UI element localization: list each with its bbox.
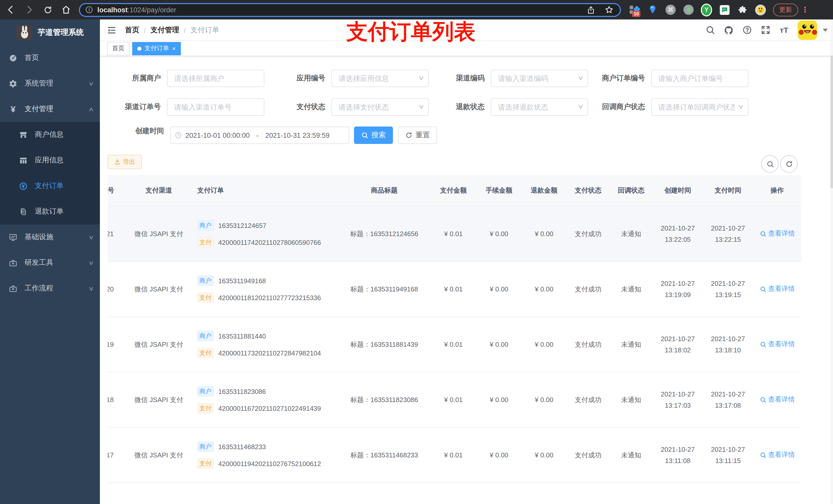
github-icon[interactable] [724, 25, 734, 35]
magnifier-icon [760, 452, 766, 458]
reset-label: 重置 [415, 130, 430, 140]
share-icon[interactable] [585, 4, 596, 15]
cell-pay-order: 商户 1635311251786 [185, 483, 338, 504]
tab-home[interactable]: 首页 [107, 42, 129, 55]
breadcrumb-pay-mgmt[interactable]: 支付管理 [151, 25, 179, 34]
export-label: 导出 [123, 158, 135, 166]
filter-field: 渠道订单号 [108, 98, 264, 116]
dot-extension-icon[interactable] [683, 4, 694, 15]
create-time: 13:22:05 [653, 234, 703, 245]
cell-notify: 未通知 [610, 317, 653, 372]
browser-update-button[interactable]: 更新 [773, 3, 798, 16]
site-info-icon[interactable] [85, 6, 93, 14]
cell-channel: 微信 JSAPI 支付 [133, 372, 185, 427]
filter-input[interactable] [651, 98, 748, 116]
merchant-order-no: 1635312124657 [218, 221, 266, 229]
cell-fee: ¥ 0.00 [476, 317, 522, 372]
fullscreen-icon[interactable] [761, 25, 770, 35]
filter-input[interactable] [331, 98, 429, 116]
search-icon[interactable] [706, 25, 715, 35]
cell-pay-time: 2021-10-27 13:11:15 [703, 427, 753, 483]
date-range-picker[interactable]: 2021-10-01 00:00:00 - 2021-10-31 23:59:5… [170, 126, 349, 144]
bookmark-star-icon[interactable] [603, 4, 615, 15]
url-text[interactable]: localhost:1024/pay/order [97, 6, 585, 14]
cell-pay-time: 2021-10-27 13:18:10 [703, 317, 753, 372]
sidebar-fold-icon[interactable] [106, 25, 117, 35]
col-id: 编号 [108, 175, 133, 206]
filter-input[interactable] [491, 98, 588, 116]
avatar-caret-icon[interactable] [823, 28, 828, 31]
extension-icon[interactable]: 10 [629, 4, 640, 15]
sidebar-item-infra[interactable]: 基础设施 ∨ [0, 224, 100, 250]
search-button[interactable]: 搜索 [354, 126, 393, 144]
forward-icon[interactable] [24, 4, 35, 15]
sidebar-item-system[interactable]: 系统管理 ∨ [0, 71, 100, 96]
sidebar-item-merchant-info[interactable]: 商户信息 [0, 122, 100, 147]
address-bar[interactable]: localhost:1024/pay/order [79, 3, 621, 17]
cell-pay-time: 2021-10-27 13:22:15 [703, 206, 753, 262]
view-detail-link[interactable]: 查看详情 [760, 451, 795, 460]
magnifier-icon [760, 341, 766, 348]
sidebar-item-home[interactable]: 首页 [0, 45, 100, 71]
filter-input[interactable] [167, 69, 264, 87]
emoji-avatar-icon[interactable] [755, 4, 766, 15]
scrollbar-thumb[interactable] [830, 55, 833, 189]
col-action: 操作 [753, 175, 801, 206]
refresh-table-button[interactable] [780, 155, 798, 173]
filter-input[interactable] [331, 69, 429, 87]
sidebar-item-pay[interactable]: ¥ 支付管理 ∧ [0, 96, 100, 122]
reload-icon[interactable] [42, 4, 53, 15]
sidebar-item-refund-order[interactable]: 退款订单 [0, 199, 100, 224]
view-detail-link[interactable]: 查看详情 [760, 285, 795, 294]
sidebar-item-workflow[interactable]: 工作流程 ∨ [0, 275, 100, 301]
app-logo[interactable]: 芋道管理系统 [0, 20, 100, 45]
chat-extension-icon[interactable] [719, 4, 730, 15]
cell-pay-time: 2021-10-27 13:17:08 [703, 372, 753, 427]
view-detail-link[interactable]: 查看详情 [760, 395, 795, 404]
sidebar-item-dev-tools[interactable]: 研发工具 ∨ [0, 250, 100, 275]
close-icon[interactable]: × [172, 45, 176, 51]
sidebar-item-pay-order[interactable]: 支付订单 [0, 173, 100, 199]
cell-pay-order: 商户 1635312124657 支付 42000011742021102780… [185, 206, 338, 262]
browser-menu-icon[interactable]: ⋮ [801, 5, 809, 14]
back-icon[interactable] [5, 4, 16, 15]
user-avatar[interactable] [798, 20, 817, 40]
col-fee: 手续金额 [476, 175, 522, 206]
filter-label: 回调商户状态 [588, 102, 651, 112]
cell-action: 查看详情 [753, 317, 801, 372]
filter-input[interactable] [651, 69, 748, 87]
page-scrollbar[interactable] [830, 20, 833, 504]
home-icon[interactable] [61, 4, 72, 15]
sidebar: 芋道管理系统 首页 系统管理 ∨ ¥ 支付管理 ∧ 商户信息 [0, 20, 100, 504]
sidebar-item-label: 工作流程 [25, 284, 53, 293]
breadcrumb-home[interactable]: 首页 [125, 25, 139, 34]
orders-table[interactable]: 编号 支付渠道 支付订单 商品标题 支付金额 手续金额 退款金额 支付状态 回调… [108, 175, 801, 504]
filter-control [167, 98, 264, 116]
export-button[interactable]: 导出 [108, 155, 142, 169]
create-time: 13:19:09 [653, 289, 703, 301]
sidebar-item-app-info[interactable]: 应用信息 [0, 147, 100, 173]
pay-order-line: 支付 4200001167202110271022491439 [197, 403, 338, 413]
filter-field: 商户订单编号 [588, 69, 748, 87]
magnifier-icon [760, 231, 766, 237]
view-detail-link[interactable]: 查看详情 [760, 340, 795, 349]
help-icon[interactable] [742, 25, 752, 35]
cell-title: 标题：1635311468233 [338, 427, 430, 483]
y-extension-icon[interactable]: Y [701, 4, 712, 15]
cell-amount [430, 483, 476, 504]
cell-pay-order: 商户 1635311468233 支付 42000011942021102767… [185, 427, 338, 483]
yen-icon: ¥ [9, 105, 18, 114]
toggle-search-button[interactable] [761, 155, 779, 173]
view-detail-link[interactable]: 查看详情 [760, 229, 795, 238]
filter-input[interactable] [491, 69, 588, 87]
reset-button[interactable]: 重置 [398, 126, 437, 144]
command-extension-icon[interactable]: ⌘ [665, 4, 676, 15]
cell-title [338, 483, 430, 504]
puzzle-extensions-icon[interactable] [737, 4, 748, 15]
tab-pay-order[interactable]: 支付订单 × [132, 42, 181, 55]
cell-refund: ¥ 0.00 [522, 262, 567, 317]
cell-status: 支付成功 [567, 427, 610, 483]
map-pin-extension-icon[interactable] [647, 4, 658, 15]
filter-input[interactable] [167, 98, 264, 116]
font-size-icon[interactable]: тT [779, 25, 789, 35]
